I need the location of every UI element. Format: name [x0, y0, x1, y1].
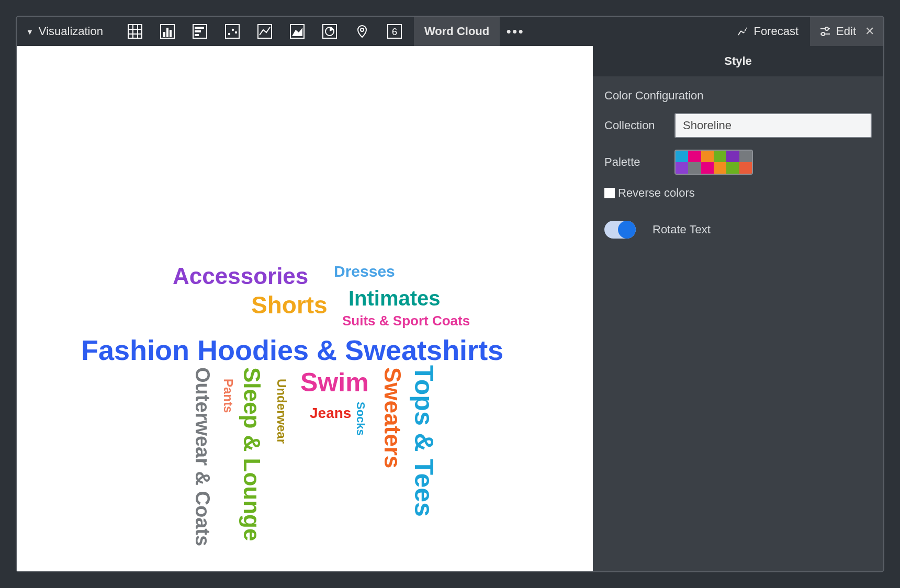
svg-rect-6	[163, 32, 165, 37]
svg-rect-11	[195, 30, 201, 32]
reverse-colors-checkbox[interactable]	[604, 188, 615, 198]
body-row: AccessoriesDressesShortsIntimatesSuits &…	[17, 46, 883, 571]
palette-swatch	[739, 162, 752, 174]
tab-word-cloud-label: Word Cloud	[424, 25, 489, 38]
area-chart-icon[interactable]	[282, 17, 312, 46]
panel-content: Color Configuration Collection Palette R…	[593, 76, 883, 251]
collection-label: Collection	[604, 119, 667, 132]
collection-row: Collection	[604, 113, 872, 138]
color-config-heading: Color Configuration	[604, 89, 872, 103]
rotate-text-label: Rotate Text	[652, 223, 711, 236]
ellipsis-icon: •••	[507, 24, 524, 39]
tab-word-cloud[interactable]: Word Cloud	[414, 17, 500, 46]
word-cloud-word[interactable]: Socks	[355, 402, 366, 436]
svg-line-27	[744, 28, 747, 33]
app-window: ▼ Visualization	[16, 16, 884, 572]
palette-swatch	[701, 151, 714, 162]
palette-select[interactable]	[674, 150, 753, 175]
word-cloud-word[interactable]: Shorts	[251, 293, 328, 317]
line-chart-icon[interactable]	[250, 17, 280, 46]
style-panel: Style Color Configuration Collection Pal…	[593, 46, 883, 571]
reverse-colors-row[interactable]: Reverse colors	[604, 186, 872, 200]
word-cloud-word[interactable]: Pants	[222, 379, 234, 413]
svg-marker-19	[292, 28, 302, 36]
word-cloud-word[interactable]: Underwear	[275, 379, 288, 444]
svg-rect-10	[195, 27, 204, 29]
word-cloud-word[interactable]: Dresses	[334, 264, 395, 279]
word-cloud-word[interactable]: Sweaters	[381, 367, 404, 468]
palette-swatch	[688, 162, 701, 174]
palette-swatch	[714, 162, 726, 174]
svg-point-14	[228, 33, 230, 35]
more-visualizations-button[interactable]: •••	[500, 17, 531, 46]
edit-label: Edit	[836, 25, 856, 38]
word-cloud-word[interactable]: Suits & Sport Coats	[342, 314, 470, 327]
palette-swatch	[739, 151, 752, 162]
word-cloud-word[interactable]: Intimates	[348, 288, 441, 309]
visualization-label: Visualization	[39, 25, 103, 38]
column-chart-icon[interactable]	[152, 17, 183, 46]
rotate-text-row: Rotate Text	[604, 221, 872, 239]
visualization-dropdown[interactable]: ▼ Visualization	[17, 17, 116, 46]
caret-down-icon: ▼	[26, 28, 33, 36]
svg-rect-7	[166, 28, 168, 37]
word-cloud-word[interactable]: Sleep & Lounge	[240, 367, 263, 541]
svg-rect-12	[195, 34, 199, 36]
toggle-knob	[618, 221, 636, 239]
sliders-icon	[819, 26, 831, 37]
bar-chart-icon[interactable]	[185, 17, 215, 46]
chart-type-icon-strip: 6	[116, 17, 414, 46]
map-pin-icon[interactable]	[347, 17, 377, 46]
word-cloud-word[interactable]: Swim	[300, 369, 369, 395]
toolbar-spacer	[531, 17, 725, 46]
svg-point-31	[822, 32, 825, 36]
word-cloud-word[interactable]: Accessories	[173, 265, 308, 288]
palette-swatch	[688, 151, 701, 162]
single-value-icon[interactable]: 6	[379, 17, 410, 46]
top-toolbar: ▼ Visualization	[17, 17, 883, 46]
svg-point-16	[235, 31, 237, 33]
svg-rect-0	[128, 25, 142, 38]
panel-tab-style[interactable]: Style	[593, 46, 883, 76]
svg-point-30	[825, 27, 828, 30]
svg-rect-8	[170, 30, 172, 37]
table-icon[interactable]	[120, 17, 150, 46]
close-panel-button[interactable]: ✕	[861, 25, 878, 38]
svg-point-15	[232, 29, 234, 31]
svg-point-22	[361, 28, 364, 31]
svg-line-25	[738, 31, 741, 35]
forecast-icon	[737, 26, 748, 37]
word-cloud-word[interactable]: Outerwear & Coats	[193, 367, 212, 546]
word-cloud-word[interactable]: Tops & Tees	[411, 365, 437, 517]
palette-swatch	[726, 151, 739, 162]
palette-swatch	[701, 162, 714, 174]
word-cloud-canvas: AccessoriesDressesShortsIntimatesSuits &…	[17, 46, 593, 571]
forecast-button[interactable]: Forecast	[725, 17, 810, 46]
panel-tab-label: Style	[724, 54, 752, 68]
word-cloud-word[interactable]: Fashion Hoodies & Sweatshirts	[81, 336, 503, 364]
palette-swatch	[726, 162, 739, 174]
rotate-text-toggle[interactable]	[604, 221, 636, 239]
collection-select[interactable]	[674, 113, 872, 138]
palette-swatch	[676, 162, 688, 174]
svg-text:6: 6	[392, 27, 397, 37]
edit-button[interactable]: Edit ✕	[810, 17, 883, 46]
palette-swatch	[676, 151, 688, 162]
pie-chart-icon[interactable]	[314, 17, 345, 46]
palette-label: Palette	[604, 155, 667, 169]
word-cloud-word[interactable]: Jeans	[310, 406, 351, 421]
palette-swatch	[714, 151, 726, 162]
forecast-label: Forecast	[753, 25, 798, 38]
svg-rect-13	[226, 25, 239, 38]
palette-row: Palette	[604, 150, 872, 175]
scatter-chart-icon[interactable]	[217, 17, 248, 46]
reverse-colors-label: Reverse colors	[618, 186, 695, 200]
